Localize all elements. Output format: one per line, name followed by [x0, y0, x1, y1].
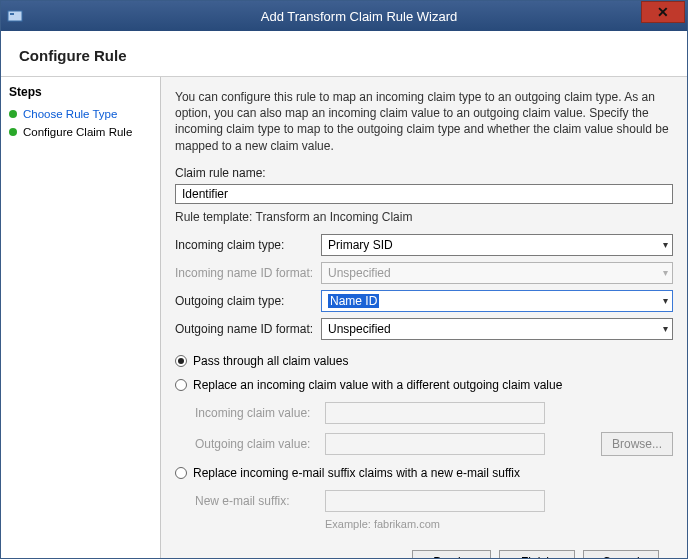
finish-button[interactable]: Finish	[499, 550, 575, 558]
new-email-suffix-input	[325, 490, 545, 512]
page-title: Configure Rule	[19, 47, 669, 64]
main-panel: You can configure this rule to map an in…	[161, 77, 687, 558]
outgoing-claim-type-label: Outgoing claim type:	[175, 294, 315, 308]
previous-button[interactable]: < Previous	[412, 550, 491, 558]
close-button[interactable]: ✕	[641, 1, 685, 23]
incoming-nameid-format-select: Unspecified ▾	[321, 262, 673, 284]
sidebar-item-configure-claim-rule[interactable]: Configure Claim Rule	[1, 123, 160, 141]
new-email-suffix-label: New e-mail suffix:	[195, 494, 315, 508]
close-icon: ✕	[657, 5, 669, 19]
chevron-down-icon: ▾	[663, 267, 668, 278]
claim-rule-name-label: Claim rule name:	[175, 166, 673, 180]
radio-label: Replace incoming e-mail suffix claims wi…	[193, 466, 520, 480]
rule-template-text: Rule template: Transform an Incoming Cla…	[175, 210, 673, 224]
step-bullet-icon	[9, 110, 17, 118]
outgoing-claim-value-label: Outgoing claim value:	[195, 437, 315, 451]
sidebar-item-label[interactable]: Choose Rule Type	[23, 108, 117, 120]
radio-icon	[175, 379, 187, 391]
radio-replace-value[interactable]: Replace an incoming claim value with a d…	[175, 378, 673, 392]
wizard-window: Add Transform Claim Rule Wizard ✕ Config…	[0, 0, 688, 559]
description-text: You can configure this rule to map an in…	[175, 89, 673, 154]
outgoing-nameid-format-select[interactable]: Unspecified ▾	[321, 318, 673, 340]
claim-type-grid: Incoming claim type: Primary SID ▾ Incom…	[175, 234, 673, 340]
window-title: Add Transform Claim Rule Wizard	[31, 9, 687, 24]
incoming-claim-type-label: Incoming claim type:	[175, 238, 315, 252]
cancel-button[interactable]: Cancel	[583, 550, 659, 558]
chevron-down-icon: ▾	[663, 295, 668, 306]
outgoing-claim-value-input	[325, 433, 545, 455]
select-value: Name ID	[328, 294, 379, 308]
sidebar-item-choose-rule-type[interactable]: Choose Rule Type	[1, 105, 160, 123]
svg-rect-0	[8, 11, 22, 21]
select-value: Unspecified	[328, 322, 391, 336]
sidebar-item-label: Configure Claim Rule	[23, 126, 132, 138]
replace-suffix-subfields: New e-mail suffix: Example: fabrikam.com	[195, 490, 673, 530]
radio-replace-suffix[interactable]: Replace incoming e-mail suffix claims wi…	[175, 466, 673, 480]
svg-rect-1	[10, 13, 14, 15]
page-header: Configure Rule	[1, 31, 687, 77]
steps-sidebar: Steps Choose Rule Type Configure Claim R…	[1, 77, 161, 558]
browse-button: Browse...	[601, 432, 673, 456]
incoming-nameid-format-label: Incoming name ID format:	[175, 266, 315, 280]
chevron-down-icon: ▾	[663, 239, 668, 250]
app-icon	[7, 8, 23, 24]
wizard-footer: < Previous Finish Cancel	[175, 540, 673, 558]
incoming-claim-value-label: Incoming claim value:	[195, 406, 315, 420]
replace-value-subfields: Incoming claim value: Outgoing claim val…	[195, 402, 673, 456]
radio-label: Replace an incoming claim value with a d…	[193, 378, 562, 392]
radio-icon	[175, 467, 187, 479]
select-value: Primary SID	[328, 238, 393, 252]
radio-icon	[175, 355, 187, 367]
select-value: Unspecified	[328, 266, 391, 280]
claim-value-mapping-group: Pass through all claim values Replace an…	[175, 354, 673, 540]
radio-label: Pass through all claim values	[193, 354, 348, 368]
title-bar: Add Transform Claim Rule Wizard ✕	[1, 1, 687, 31]
outgoing-nameid-format-label: Outgoing name ID format:	[175, 322, 315, 336]
incoming-claim-type-select[interactable]: Primary SID ▾	[321, 234, 673, 256]
outgoing-claim-type-select[interactable]: Name ID ▾	[321, 290, 673, 312]
chevron-down-icon: ▾	[663, 323, 668, 334]
incoming-claim-value-input	[325, 402, 545, 424]
steps-header: Steps	[1, 81, 160, 105]
radio-pass-through[interactable]: Pass through all claim values	[175, 354, 673, 368]
step-bullet-icon	[9, 128, 17, 136]
body: Steps Choose Rule Type Configure Claim R…	[1, 77, 687, 558]
claim-rule-name-input[interactable]	[175, 184, 673, 204]
example-text: Example: fabrikam.com	[325, 518, 673, 530]
